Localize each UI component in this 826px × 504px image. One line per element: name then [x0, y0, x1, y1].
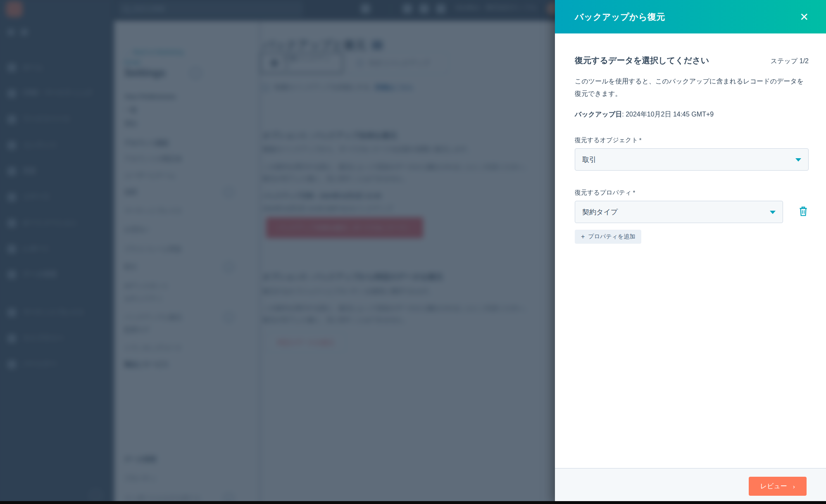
- add-property-label: プロパティを追加: [588, 233, 635, 240]
- panel-footer: レビュー ›: [555, 468, 826, 504]
- object-select[interactable]: 取引: [575, 148, 809, 171]
- screen: ホーム CRM・マーケティング ワークスペース コンテンツ 営業 コマース オー…: [0, 0, 826, 504]
- close-icon[interactable]: ✕: [800, 12, 809, 22]
- plus-icon: +: [581, 233, 585, 240]
- panel-body: 復元するデータを選択してください ステップ 1/2 このツールを使用すると、この…: [555, 33, 826, 468]
- screen-bottom-edge: [0, 501, 826, 504]
- trash-icon: [798, 205, 809, 217]
- review-button-label: レビュー: [760, 482, 787, 491]
- delete-property-button[interactable]: [798, 205, 809, 219]
- backup-date-line: バックアップ日: 2024年10月2日 14:45 GMT+9: [575, 110, 809, 119]
- caret-down-icon: [795, 158, 801, 162]
- panel-title: バックアップから復元: [575, 11, 665, 23]
- panel-heading: 復元するデータを選択してください: [575, 55, 709, 66]
- object-field-label: 復元するオブジェクト*: [575, 136, 809, 144]
- panel-description: このツールを使用すると、このバックアップに含まれるレコードのデータを復元できます…: [575, 75, 809, 100]
- backup-date-label: バックアップ日: [575, 111, 622, 118]
- panel-header: バックアップから復元 ✕: [555, 0, 826, 33]
- chevron-right-icon: ›: [793, 483, 795, 490]
- review-button[interactable]: レビュー ›: [749, 477, 807, 496]
- restore-panel: バックアップから復元 ✕ 復元するデータを選択してください ステップ 1/2 こ…: [555, 0, 826, 504]
- object-select-value: 取引: [582, 155, 596, 164]
- backup-date-value: : 2024年10月2日 14:45 GMT+9: [622, 111, 714, 118]
- property-select[interactable]: 契約タイプ: [575, 201, 783, 223]
- property-field-label: 復元するプロパティ*: [575, 189, 809, 197]
- required-asterisk: *: [633, 189, 635, 196]
- caret-down-icon: [770, 211, 776, 214]
- step-indicator: ステップ 1/2: [771, 57, 809, 66]
- required-asterisk: *: [639, 136, 642, 143]
- property-select-value: 契約タイプ: [582, 207, 618, 217]
- add-property-button[interactable]: + プロパティを追加: [575, 230, 641, 244]
